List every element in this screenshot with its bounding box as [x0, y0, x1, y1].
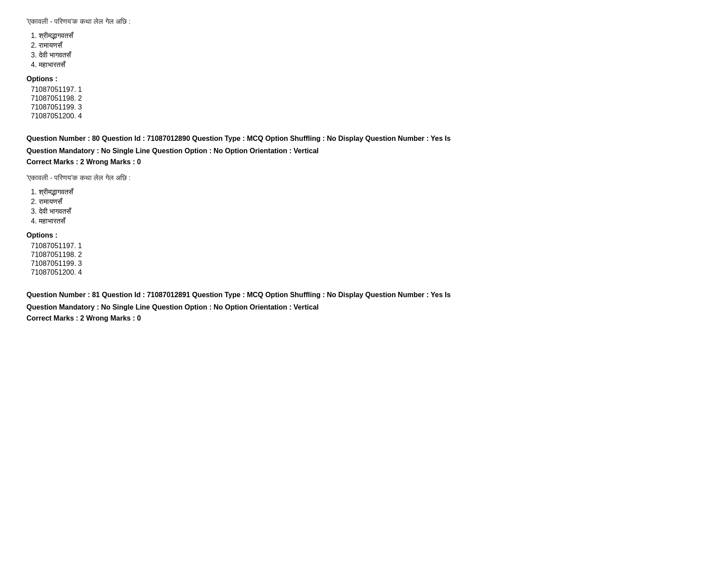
list-item: 71087051198. 2 — [31, 94, 702, 102]
q81-meta-line1: Question Number : 81 Question Id : 71087… — [26, 290, 702, 300]
q80-answer-options: 1. श्रीमद्भागवतसँ 2. रामायणसँ 3. देवी भा… — [26, 188, 702, 225]
list-item: 1. श्रीमद्भागवतसँ — [31, 188, 702, 196]
q80-section: Question Number : 80 Question Id : 71087… — [26, 133, 702, 276]
top-option-values: 71087051197. 1 71087051198. 2 7108705119… — [26, 86, 702, 120]
list-item: 4. महाभारतसँ — [31, 61, 702, 69]
q81-section: Question Number : 81 Question Id : 71087… — [26, 290, 702, 322]
q80-meta-line1: Question Number : 80 Question Id : 71087… — [26, 133, 702, 144]
list-item: 2. रामायणसँ — [31, 198, 702, 206]
q80-option-values: 71087051197. 1 71087051198. 2 7108705119… — [26, 242, 702, 276]
q80-options-label: Options : — [26, 231, 702, 239]
list-item: 1. श्रीमद्भागवतसँ — [31, 32, 702, 40]
list-item: 71087051197. 1 — [31, 86, 702, 94]
list-item: 2. रामायणसँ — [31, 42, 702, 49]
list-item: 71087051200. 4 — [31, 112, 702, 120]
list-item: 71087051199. 3 — [31, 103, 702, 111]
q81-meta-line2: Question Mandatory : No Single Line Ques… — [26, 302, 702, 313]
q80-marks: Correct Marks : 2 Wrong Marks : 0 — [26, 158, 702, 166]
top-answer-options: 1. श्रीमद्भागवतसँ 2. रामायणसँ 3. देवी भा… — [26, 32, 702, 69]
q80-meta-line2: Question Mandatory : No Single Line Ques… — [26, 146, 702, 156]
list-item: 4. महाभारतसँ — [31, 217, 702, 225]
list-item: 71087051198. 2 — [31, 251, 702, 259]
list-item: 3. देवी भागवतसँ — [31, 208, 702, 215]
top-options-label: Options : — [26, 75, 702, 83]
q80-question-text: 'एकावली - परिणय'क कथा लेल गेल अछि : — [26, 174, 702, 182]
q81-marks: Correct Marks : 2 Wrong Marks : 0 — [26, 314, 702, 322]
list-item: 71087051197. 1 — [31, 242, 702, 250]
list-item: 71087051200. 4 — [31, 268, 702, 276]
list-item: 71087051199. 3 — [31, 260, 702, 268]
list-item: 3. देवी भागवतसँ — [31, 51, 702, 59]
top-section: 'एकावली - परिणय'क कथा लेल गेल अछि : 1. श… — [26, 18, 702, 120]
top-question-text: 'एकावली - परिणय'क कथा लेल गेल अछि : — [26, 18, 702, 26]
